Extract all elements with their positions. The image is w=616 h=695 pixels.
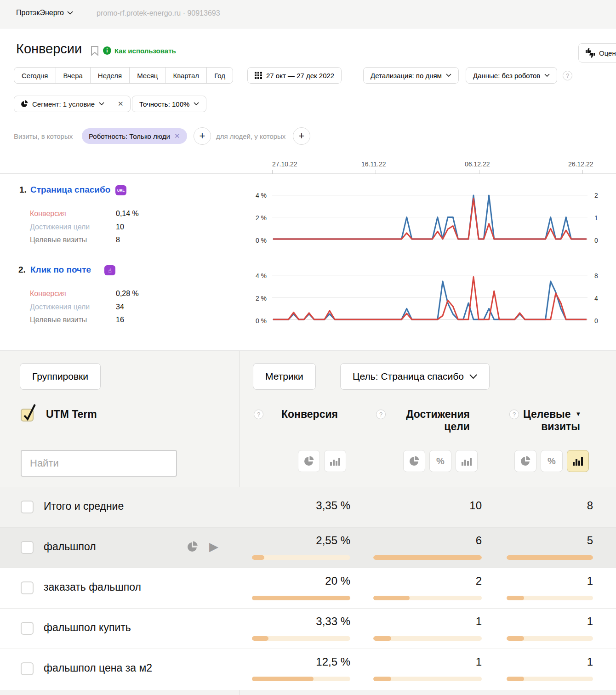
- metrics-button[interactable]: Метрики: [253, 363, 316, 390]
- conversion-view-toggles: [298, 450, 346, 472]
- x-tick: [582, 170, 583, 174]
- goal1-target-visits-value: 8: [116, 236, 120, 244]
- x-tick: [376, 170, 376, 174]
- for-people-label: для людей, у которых: [216, 132, 285, 140]
- period-year[interactable]: Год: [206, 68, 233, 83]
- help-icon[interactable]: ?: [254, 410, 263, 419]
- goal2-conversion-label: Конверсия: [30, 290, 66, 298]
- x-tick-label: 16.11.22: [361, 160, 386, 168]
- y-right-label: 8: [594, 272, 598, 279]
- conversion-value: 3,33 %: [316, 615, 350, 628]
- calendar-icon: [255, 72, 262, 79]
- conversion-value: 20 %: [325, 575, 350, 587]
- table-row[interactable]: фальшпол цена за м2 12,5 % 1 1: [0, 649, 616, 690]
- add-people-condition-button[interactable]: +: [293, 127, 310, 145]
- help-icon[interactable]: ?: [509, 410, 519, 419]
- row-checkbox[interactable]: [21, 581, 34, 594]
- x-tick-label: 06.12.22: [465, 160, 490, 168]
- rate-button[interactable]: Оцени: [578, 43, 616, 63]
- goal2-reaches-value: 34: [116, 303, 124, 311]
- table-row[interactable]: заказать фальшпол 20 % 2 1: [0, 568, 616, 608]
- add-visit-condition-button[interactable]: +: [194, 127, 211, 145]
- col-header-reaches[interactable]: Достижения цели: [391, 408, 470, 433]
- pie-view-button[interactable]: [298, 450, 320, 472]
- period-yesterday[interactable]: Вчера: [56, 68, 90, 83]
- value-bar: [252, 596, 350, 600]
- segment-dropdown[interactable]: Сегмент: 1 условие: [14, 96, 111, 112]
- robotness-chip[interactable]: Роботность: Только люди ✕: [82, 128, 187, 144]
- goal1-target-visits-label: Целевые визиты: [30, 236, 87, 244]
- percent-view-button[interactable]: %: [429, 450, 451, 472]
- y-left-label: 2 %: [251, 295, 267, 302]
- target-visits-value: 8: [587, 499, 593, 512]
- table-row-totals[interactable]: Итого и средние 3,35 % 10 8: [0, 487, 616, 527]
- row-checkbox[interactable]: [21, 541, 34, 554]
- goal1-conversion-label: Конверсия: [30, 210, 66, 218]
- pie-view-button[interactable]: [403, 450, 425, 472]
- x-axis-line: [0, 173, 616, 174]
- value-bar: [373, 596, 482, 600]
- pie-icon[interactable]: [186, 541, 198, 553]
- reaches-value: 1: [476, 655, 482, 668]
- how-to-use-link[interactable]: i Как использовать: [103, 46, 176, 55]
- goal2-number: 2.: [18, 265, 26, 275]
- reaches-value: 10: [469, 499, 482, 512]
- site-info: promo-rf.protek-energo.ru · 90913693: [97, 9, 220, 17]
- bars-view-button[interactable]: [456, 450, 478, 472]
- counter-name: ПротэкЭнерго: [16, 9, 64, 17]
- period-quarter[interactable]: Квартал: [165, 68, 206, 83]
- conversion-value: 12,5 %: [316, 655, 350, 668]
- groupings-button[interactable]: Группировки: [20, 363, 101, 390]
- y-left-label: 2 %: [251, 214, 267, 222]
- expand-play-icon[interactable]: ▶: [209, 540, 218, 553]
- x-tick: [479, 170, 479, 174]
- help-icon[interactable]: ?: [563, 71, 572, 80]
- report-table-section: Группировки Метрики Цель: Страница спаси…: [0, 350, 616, 695]
- check-icon: [22, 403, 38, 422]
- table-row[interactable]: фальшпол купить 3,33 % 1 1: [0, 608, 616, 649]
- accuracy-dropdown[interactable]: Точность: 100%: [132, 96, 206, 112]
- y-right-label: 1: [594, 214, 598, 222]
- utm-term-checkbox[interactable]: [21, 409, 34, 422]
- chip-close-icon[interactable]: ✕: [174, 132, 180, 140]
- target-visits-view-toggles: %: [514, 450, 589, 472]
- sort-desc-icon: ▼: [576, 410, 582, 417]
- goal-select-dropdown[interactable]: Цель: Страница спасибо: [340, 363, 490, 390]
- table-row[interactable]: фальшпол ▶ 2,55 % 6 5: [0, 527, 616, 568]
- period-month[interactable]: Месяц: [129, 68, 165, 83]
- bar-chart-icon: [330, 456, 341, 466]
- detail-dropdown[interactable]: Детализация: по дням: [363, 67, 459, 84]
- goal2-link[interactable]: Клик по почте: [30, 265, 91, 275]
- row-checkbox[interactable]: [21, 662, 34, 675]
- goal2-reaches-label: Достижения цели: [30, 303, 90, 311]
- search-input[interactable]: [21, 450, 177, 477]
- dimension-title: UTM Term: [46, 408, 97, 421]
- bookmark-icon[interactable]: [91, 46, 99, 58]
- goal1-conversion-value: 0,14 %: [116, 210, 139, 218]
- bars-view-button-active[interactable]: [567, 450, 589, 472]
- bars-view-button[interactable]: [324, 450, 346, 472]
- pie-view-button[interactable]: [514, 450, 536, 472]
- segment-clear-button[interactable]: ✕: [111, 96, 130, 112]
- bar-chart-icon: [461, 456, 472, 466]
- y-left-label: 4 %: [251, 272, 267, 279]
- row-checkbox[interactable]: [21, 622, 34, 635]
- percent-view-button[interactable]: %: [541, 450, 563, 472]
- data-mode-dropdown[interactable]: Данные: без роботов: [466, 67, 557, 84]
- col-header-target-visits[interactable]: Целевые▼ визиты: [523, 408, 580, 433]
- period-week[interactable]: Неделя: [90, 68, 129, 83]
- date-range-button[interactable]: 27 окт — 27 дек 2022: [247, 67, 342, 84]
- row-actions: ▶: [186, 540, 218, 553]
- y-right-label: 2: [594, 192, 598, 199]
- goal1-link[interactable]: Страница спасибо: [30, 185, 110, 195]
- period-today[interactable]: Сегодня: [14, 68, 56, 83]
- col-header-conversion[interactable]: Конверсия: [269, 408, 338, 421]
- reaches-value: 1: [476, 615, 482, 628]
- row-checkbox[interactable]: [21, 501, 34, 513]
- help-icon[interactable]: ?: [376, 410, 386, 419]
- x-tick: [272, 170, 273, 174]
- y-left-label: 4 %: [251, 192, 267, 199]
- pie-icon: [303, 456, 314, 467]
- goal2-target-visits-label: Целевые визиты: [30, 316, 87, 324]
- counter-switcher[interactable]: ПротэкЭнерго: [16, 9, 73, 17]
